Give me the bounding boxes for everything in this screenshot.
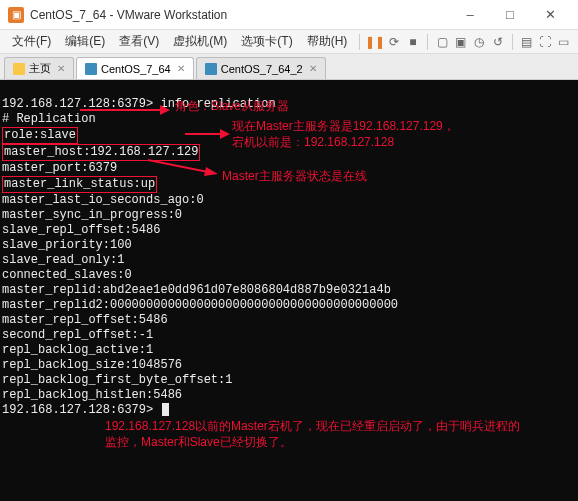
menu-view[interactable]: 查看(V)	[113, 31, 165, 52]
tabbar: 主页 ✕ CentOS_7_64 ✕ CentOS_7_64_2 ✕	[0, 54, 578, 80]
annotation-bottom-line2: 监控，Master和Slave已经切换了。	[105, 434, 292, 450]
app-icon: ▣	[8, 7, 24, 23]
terminal-prompt: 192.168.127.128:6379>	[2, 403, 160, 417]
terminal-line: slave_repl_offset:5486	[2, 223, 160, 237]
terminal-line: slave_priority:100	[2, 238, 132, 252]
unity-icon[interactable]: ▭	[556, 33, 572, 51]
terminal[interactable]: 192.168.127.128:6379> info replication #…	[0, 80, 578, 501]
revert-icon[interactable]: ↺	[489, 33, 505, 51]
terminal-line: repl_backlog_size:1048576	[2, 358, 182, 372]
terminal-line: second_repl_offset:-1	[2, 328, 153, 342]
terminal-line: master_sync_in_progress:0	[2, 208, 182, 222]
annotation-master-line1: 现在Master主服务器是192.168.127.129，	[232, 118, 455, 134]
terminal-line: master_replid2:0000000000000000000000000…	[2, 298, 398, 312]
menu-vm[interactable]: 虚拟机(M)	[167, 31, 233, 52]
separator	[512, 34, 513, 50]
tab-label: 主页	[29, 61, 51, 76]
tab-close-icon[interactable]: ✕	[309, 63, 317, 74]
terminal-line: master_last_io_seconds_ago:0	[2, 193, 204, 207]
titlebar: ▣ CentOS_7_64 - VMware Workstation – □ ✕	[0, 0, 578, 30]
tab-close-icon[interactable]: ✕	[57, 63, 65, 74]
separator	[427, 34, 428, 50]
home-icon	[13, 63, 25, 75]
annotation-status: Master主服务器状态是在线	[222, 168, 367, 184]
svg-marker-5	[204, 167, 218, 176]
terminal-line: repl_backlog_active:1	[2, 343, 153, 357]
close-button[interactable]: ✕	[530, 1, 570, 29]
stop-icon[interactable]: ■	[405, 33, 421, 51]
tab-close-icon[interactable]: ✕	[177, 63, 185, 74]
terminal-line: repl_backlog_first_byte_offset:1	[2, 373, 232, 387]
menu-edit[interactable]: 编辑(E)	[59, 31, 111, 52]
maximize-button[interactable]: □	[490, 1, 530, 29]
vm-icon	[85, 63, 97, 75]
restart-icon[interactable]: ⟳	[386, 33, 402, 51]
svg-line-4	[148, 160, 208, 172]
window-title: CentOS_7_64 - VMware Workstation	[30, 8, 450, 22]
terminal-line: slave_read_only:1	[2, 253, 124, 267]
highlight-master-host: master_host:192.168.127.129	[2, 144, 200, 161]
snapshot-icon[interactable]: ▢	[434, 33, 450, 51]
tab-label: CentOS_7_64	[101, 63, 171, 75]
menu-file[interactable]: 文件(F)	[6, 31, 57, 52]
terminal-line: repl_backlog_histlen:5486	[2, 388, 182, 402]
highlight-role: role:slave	[2, 127, 78, 144]
terminal-line: # Replication	[2, 112, 96, 126]
svg-marker-3	[220, 129, 230, 139]
terminal-line: master_port:6379	[2, 161, 117, 175]
tab-home[interactable]: 主页 ✕	[4, 57, 74, 79]
menu-tabs[interactable]: 选项卡(T)	[235, 31, 298, 52]
arrow-icon	[185, 128, 230, 140]
annotation-bottom-line1: 192.168.127.128以前的Master宕机了，现在已经重启启动了，由于…	[105, 418, 520, 434]
annotation-master-line2: 宕机以前是：192.168.127.128	[232, 134, 394, 150]
menu-help[interactable]: 帮助(H)	[301, 31, 354, 52]
pause-icon[interactable]: ❚❚	[366, 33, 384, 51]
fullscreen-icon[interactable]: ⛶	[537, 33, 553, 51]
tab-vm2[interactable]: CentOS_7_64_2 ✕	[196, 57, 326, 79]
minimize-button[interactable]: –	[450, 1, 490, 29]
cursor	[162, 403, 169, 416]
highlight-link-status: master_link_status:up	[2, 176, 157, 193]
terminal-line: connected_slaves:0	[2, 268, 132, 282]
manage-icon[interactable]: ▣	[452, 33, 468, 51]
annotation-role: 角色：Slave从服务器	[175, 98, 289, 114]
terminal-line: master_replid:abd2eae1e0dd961d07e8086804…	[2, 283, 391, 297]
layout-icon[interactable]: ▤	[519, 33, 535, 51]
menubar: 文件(F) 编辑(E) 查看(V) 虚拟机(M) 选项卡(T) 帮助(H) ❚❚…	[0, 30, 578, 54]
vm-icon	[205, 63, 217, 75]
tab-vm1[interactable]: CentOS_7_64 ✕	[76, 57, 194, 79]
separator	[359, 34, 360, 50]
terminal-line: master_repl_offset:5486	[2, 313, 168, 327]
tab-label: CentOS_7_64_2	[221, 63, 303, 75]
clock-icon[interactable]: ◷	[471, 33, 487, 51]
